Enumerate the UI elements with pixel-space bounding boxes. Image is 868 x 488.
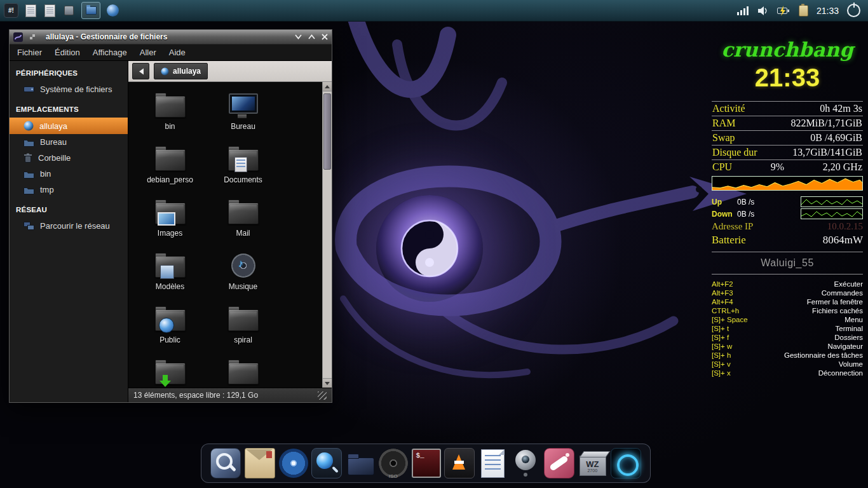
- network-icon: [24, 221, 34, 231]
- sidebar: PÉRIPHÉRIQUES Système de fichiers EMPLAC…: [10, 61, 128, 402]
- menu-aide[interactable]: Aide: [169, 48, 186, 57]
- back-button[interactable]: [132, 63, 149, 79]
- dock-icon-blue-ring[interactable]: [611, 448, 641, 478]
- shade-icon[interactable]: [295, 34, 302, 39]
- file-item-images[interactable]: Images: [133, 198, 207, 251]
- file-item-musique[interactable]: Musique: [207, 251, 280, 304]
- file-item-public[interactable]: Public: [133, 304, 207, 358]
- file-item-partial-folder[interactable]: [207, 358, 280, 388]
- conky-stats: Activité 0h 42m 3s RAM 822MiB/1,71GiB Sw…: [712, 101, 863, 174]
- dock-icon-cd[interactable]: [279, 449, 308, 478]
- scroll-up-button[interactable]: [323, 82, 332, 92]
- path-button[interactable]: allulaya: [154, 63, 208, 79]
- file-item-partial-download[interactable]: [133, 358, 207, 388]
- sidebar-item-corbeille[interactable]: Corbeille: [10, 150, 128, 166]
- shortcut-row: Alt+F2Exécuter: [712, 280, 863, 288]
- dots-icon: [30, 34, 35, 39]
- dock-icon-pink-app[interactable]: [544, 448, 574, 478]
- sidebar-item-bureau[interactable]: Bureau: [10, 134, 128, 150]
- divider: [712, 274, 863, 274]
- dock-icon-media-player[interactable]: [444, 448, 475, 478]
- shortcuts-list: Alt+F2Exécuter Alt+F3Commandes Alt+F4Fer…: [712, 280, 863, 377]
- taskbar-button-file-manager[interactable]: [81, 2, 100, 19]
- window-controls: [295, 34, 328, 40]
- network-signal-icon[interactable]: [737, 6, 749, 15]
- window-title: allulaya - Gestionnaire de fichiers: [46, 32, 167, 41]
- cpu-graph: [712, 176, 863, 191]
- file-item-bin[interactable]: bin: [133, 91, 207, 144]
- dock-icon-folder[interactable]: [346, 449, 375, 478]
- window-thumbnail-icon-2[interactable]: [43, 4, 57, 17]
- stat-activite: Activité 0h 42m 3s: [712, 102, 863, 116]
- sidebar-item-filesystem[interactable]: Système de fichiers: [10, 81, 128, 97]
- titlebar[interactable]: allulaya - Gestionnaire de fichiers: [10, 30, 332, 44]
- dock-icon-wz-box[interactable]: WZ 2700: [578, 449, 607, 478]
- top-panel: #! 21:33: [0, 0, 868, 22]
- sidebar-item-label: Système de fichiers: [40, 85, 112, 94]
- sidebar-item-allulaya[interactable]: allulaya: [10, 118, 128, 134]
- file-item-documents[interactable]: Documents: [207, 144, 280, 198]
- shortcut-row: [S]+ hGestionnaire des tâches: [712, 351, 863, 360]
- sidebar-item-label: bin: [40, 169, 51, 179]
- file-item-spiral[interactable]: spiral: [207, 304, 280, 358]
- scrollbar-thumb[interactable]: [323, 93, 331, 170]
- clipboard-icon[interactable]: [799, 5, 808, 17]
- scroll-down-button[interactable]: [323, 378, 332, 388]
- file-item-debian-perso[interactable]: debian_perso: [133, 144, 207, 198]
- monitor-icon: [229, 93, 258, 114]
- dock-icon-webcam[interactable]: [511, 449, 540, 478]
- dock-icon-search[interactable]: [311, 448, 342, 478]
- close-icon[interactable]: [322, 34, 328, 40]
- icon-view[interactable]: bin Bureau debian_perso Documents: [128, 82, 332, 388]
- resize-grip-icon[interactable]: [318, 391, 327, 400]
- sidebar-item-label: Bureau: [40, 137, 67, 147]
- dock-icon-file-manager[interactable]: [210, 448, 241, 478]
- conky-clock: 21:33: [712, 64, 863, 92]
- maximize-icon[interactable]: [308, 34, 315, 39]
- file-name: debian_perso: [147, 175, 193, 184]
- dock-icon-terminal[interactable]: $_: [412, 449, 441, 478]
- folder-icon: [155, 96, 186, 118]
- file-item-bureau[interactable]: Bureau: [207, 91, 280, 144]
- wz-label: WZ: [586, 459, 599, 469]
- battery-icon[interactable]: [777, 6, 790, 16]
- sidebar-item-parcourir-reseau[interactable]: Parcourir le réseau: [10, 218, 128, 234]
- dock-icon-iso-disc[interactable]: ISO: [379, 449, 408, 478]
- file-name: Images: [158, 229, 182, 238]
- menu-fichier[interactable]: Fichier: [17, 48, 42, 57]
- window-menu-icon[interactable]: [28, 32, 37, 41]
- folder-icon: [228, 309, 259, 331]
- sidebar-item-bin[interactable]: bin: [10, 166, 128, 182]
- crunchbang-menu-icon[interactable]: #!: [4, 3, 18, 18]
- window-thumbnail-icon-1[interactable]: [24, 4, 37, 17]
- volume-icon[interactable]: [757, 6, 769, 16]
- menu-edition[interactable]: Édition: [55, 48, 80, 57]
- path-label: allulaya: [173, 67, 201, 76]
- menu-affichage[interactable]: Affichage: [93, 48, 127, 57]
- shortcut-row: [S]+ wNavigateur: [712, 342, 863, 351]
- scrollbar[interactable]: [322, 82, 332, 388]
- system-tray: 21:33: [737, 4, 868, 17]
- sidebar-item-label: allulaya: [39, 121, 67, 131]
- dock-icon-mail[interactable]: [245, 448, 275, 478]
- file-name: Documents: [224, 175, 262, 184]
- sidebar-item-tmp[interactable]: tmp: [10, 182, 128, 198]
- small-app-icon[interactable]: [62, 4, 76, 17]
- file-name: Modèles: [156, 282, 184, 291]
- up-graph: [801, 196, 863, 207]
- stat-swap: Swap 0B /4,69GiB: [712, 131, 863, 146]
- file-item-modeles[interactable]: Modèles: [133, 251, 207, 304]
- taskbar-button-app[interactable]: [106, 4, 119, 17]
- shortcut-row: CTRL+hFichiers cachés: [712, 306, 863, 315]
- down-graph: [801, 208, 863, 219]
- dock-icon-writer-document[interactable]: [481, 449, 505, 478]
- document-emblem-icon: [234, 157, 247, 172]
- shortcut-row: Alt+F4Fermer la fenêtre: [712, 297, 863, 306]
- menu-aller[interactable]: Aller: [140, 48, 156, 57]
- power-icon[interactable]: [847, 4, 860, 17]
- stat-cpu: CPU 9% 2,20 GHz: [712, 160, 863, 174]
- file-item-mail[interactable]: Mail: [207, 198, 280, 251]
- username: Waluigi_55: [712, 257, 863, 269]
- shortcut-row: [S]+ tTerminal: [712, 324, 863, 333]
- panel-clock[interactable]: 21:33: [817, 6, 839, 16]
